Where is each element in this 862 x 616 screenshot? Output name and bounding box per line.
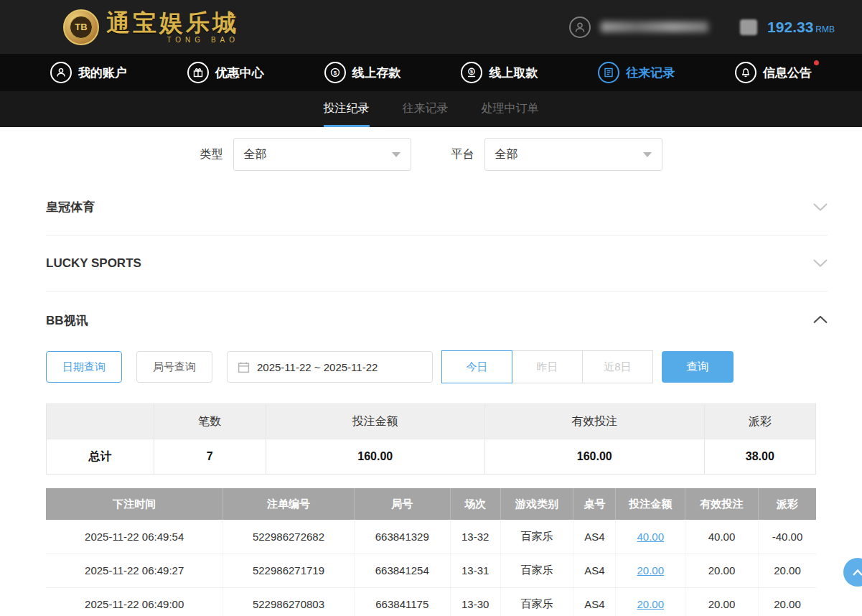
cell-valid-bet: 40.00 — [685, 520, 759, 554]
summary-payout-value: 38.00 — [704, 439, 815, 475]
cell-bet-id: 522986271719 — [223, 554, 354, 587]
chevron-up-icon[interactable] — [813, 314, 828, 327]
platform-filter-select[interactable]: 全部 — [484, 138, 662, 171]
cell-round: 663841329 — [354, 520, 450, 554]
logo-subtitle: TONG BAO — [167, 36, 239, 44]
cell-game-type: 百家乐 — [500, 587, 573, 616]
chevron-down-icon[interactable] — [813, 257, 828, 270]
cell-bet-id: 522986270803 — [223, 587, 354, 616]
type-filter-value: 全部 — [244, 147, 267, 162]
col-bet-id: 注单编号 — [223, 488, 354, 520]
section-title: 皇冠体育 — [46, 199, 95, 215]
section-title: LUCKY SPORTS — [46, 256, 141, 271]
tab-transaction-records[interactable]: 往来记录 — [403, 91, 449, 127]
tab-bet-records[interactable]: 投注纪录 — [324, 91, 370, 127]
withdraw-icon: $ — [461, 62, 482, 83]
scroll-to-top-button[interactable] — [843, 558, 862, 587]
quick-date-group: 今日 昨日 近8日 — [441, 350, 653, 383]
user-avatar-icon[interactable] — [569, 17, 591, 38]
cell-bet-time: 2025-11-22 06:49:54 — [46, 520, 223, 554]
section-lucky-sports[interactable]: LUCKY SPORTS — [46, 235, 828, 291]
table-row: 2025-11-22 06:49:00 522986270803 6638411… — [46, 587, 816, 616]
summary-total-label: 总计 — [47, 439, 154, 475]
nav-item-deposit[interactable]: $ 线上存款 — [324, 62, 401, 83]
tab-pending-orders[interactable]: 处理中订单 — [482, 91, 539, 127]
summary-valid-bet-value: 160.00 — [485, 439, 705, 475]
cell-game-type: 百家乐 — [500, 554, 573, 587]
summary-bet-amount-value: 160.00 — [266, 439, 485, 475]
yesterday-button[interactable]: 昨日 — [512, 350, 583, 383]
chevron-down-icon — [643, 152, 652, 157]
logo-coin-icon: TB — [63, 9, 99, 45]
nav-item-my-account[interactable]: 我的账户 — [50, 62, 127, 83]
nav-item-label: 信息公告 — [763, 65, 812, 81]
cell-table: AS4 — [573, 554, 616, 587]
summary-total-row: 总计 7 160.00 160.00 38.00 — [47, 439, 816, 475]
date-range-picker[interactable]: 2025-11-22 ~ 2025-11-22 — [227, 351, 433, 383]
nav-item-label: 优惠中心 — [215, 65, 264, 81]
nav-item-promotions[interactable]: 优惠中心 — [187, 62, 264, 83]
svg-text:$: $ — [470, 69, 473, 75]
filter-row: 类型 全部 平台 全部 — [0, 138, 862, 171]
type-filter-select[interactable]: 全部 — [233, 138, 411, 171]
bell-icon — [735, 62, 756, 83]
cell-valid-bet: 20.00 — [685, 554, 759, 587]
sub-nav: 投注纪录 往来记录 处理中订单 — [0, 91, 862, 127]
summary-header-count: 笔数 — [154, 404, 266, 439]
chevron-up-icon — [853, 569, 862, 576]
main-nav: 我的账户 优惠中心 $ 线上存款 $ 线上取款 往来记录 信息公告 — [0, 54, 862, 91]
date-range-value: 2025-11-22 ~ 2025-11-22 — [257, 361, 378, 373]
cell-bet-time: 2025-11-22 06:49:27 — [46, 554, 223, 587]
section-bb-casino[interactable]: BB视讯 — [46, 291, 828, 349]
round-query-button[interactable]: 局号查询 — [136, 351, 212, 383]
nav-item-announcements[interactable]: 信息公告 — [735, 62, 812, 83]
type-filter-label: 类型 — [200, 147, 223, 162]
logo-title: 通宝娱乐城 — [106, 11, 239, 34]
col-session: 场次 — [450, 488, 500, 520]
col-bet-time: 下注时间 — [46, 488, 223, 520]
cell-round: 663841254 — [354, 554, 450, 587]
bet-amount-link[interactable]: 20.00 — [637, 598, 664, 610]
nav-item-label: 线上存款 — [352, 65, 401, 81]
balance-amount: 192.33RMB — [767, 19, 835, 36]
section-crown-sports[interactable]: 皇冠体育 — [46, 179, 828, 235]
nav-item-label: 往来记录 — [626, 65, 675, 81]
chevron-down-icon — [392, 152, 400, 157]
date-query-button[interactable]: 日期查询 — [46, 351, 122, 383]
nav-item-transactions[interactable]: 往来记录 — [598, 62, 675, 83]
nav-item-label: 我的账户 — [78, 65, 127, 81]
table-row: 2025-11-22 06:49:54 522986272682 6638413… — [46, 520, 816, 554]
cell-session: 13-31 — [450, 554, 500, 587]
cell-table: AS4 — [573, 520, 616, 554]
cell-valid-bet: 20.00 — [685, 587, 759, 616]
cell-round: 663841175 — [354, 587, 450, 616]
cell-bet-id: 522986272682 — [223, 520, 354, 554]
today-button[interactable]: 今日 — [441, 350, 512, 383]
chevron-down-icon[interactable] — [813, 201, 828, 214]
summary-header-payout: 派彩 — [704, 404, 815, 439]
platform-filter-value: 全部 — [495, 147, 518, 162]
records-icon — [598, 62, 619, 83]
last-8-days-button[interactable]: 近8日 — [582, 350, 653, 383]
col-payout: 派彩 — [758, 488, 816, 520]
table-row: 2025-11-22 06:49:27 522986271719 6638412… — [46, 554, 816, 587]
notification-dot — [814, 60, 819, 65]
cell-session: 13-32 — [450, 520, 500, 554]
nav-item-label: 线上取款 — [489, 65, 538, 81]
col-bet-amount: 投注金额 — [616, 488, 685, 520]
cell-payout: -40.00 — [758, 520, 816, 554]
summary-table: 笔数 投注金额 有效投注 派彩 总计 7 160.00 160.00 38.00 — [46, 403, 816, 475]
wallet-icon[interactable] — [740, 19, 757, 35]
logo-coin-badge: TB — [70, 16, 93, 39]
platform-filter-label: 平台 — [451, 147, 474, 162]
nav-item-withdraw[interactable]: $ 线上取款 — [461, 62, 538, 83]
site-logo[interactable]: TB 通宝娱乐城 TONG BAO — [63, 9, 239, 45]
col-table: 桌号 — [573, 488, 616, 520]
bet-amount-link[interactable]: 20.00 — [637, 564, 664, 577]
bet-amount-link[interactable]: 40.00 — [637, 531, 664, 543]
gift-icon — [187, 62, 209, 83]
balance-currency: RMB — [815, 24, 835, 34]
col-valid-bet: 有效投注 — [685, 488, 759, 520]
col-round: 局号 — [354, 488, 450, 520]
search-button[interactable]: 查询 — [662, 351, 734, 383]
